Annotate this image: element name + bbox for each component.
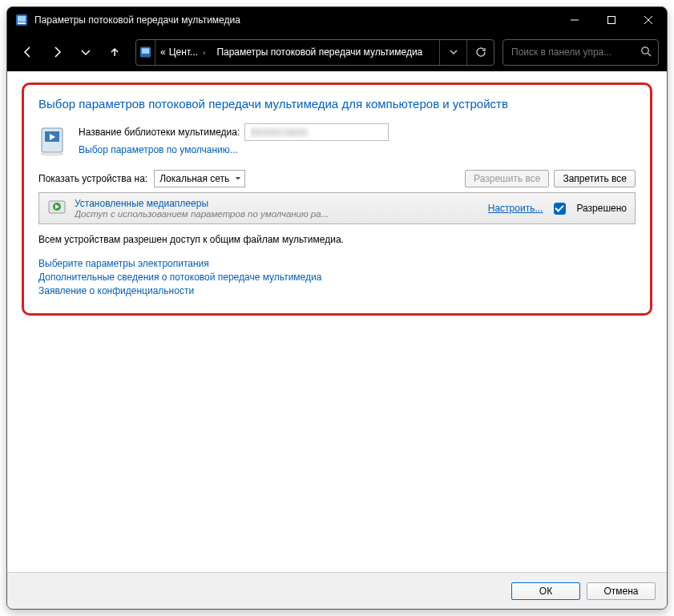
content: Выбор параметров потоковой передачи муль… [7, 71, 667, 609]
device-row[interactable]: Установленные медиаплееры Доступ с испол… [38, 192, 636, 224]
cancel-button[interactable]: Отмена [587, 582, 656, 600]
chevron-right-icon: › [201, 48, 207, 57]
forward-button[interactable] [44, 39, 70, 65]
more-info-link[interactable]: Дополнительные сведения о потоковой пере… [38, 272, 636, 283]
address-dropdown-button[interactable] [439, 40, 466, 65]
navbar: « Цент... › Параметры потоковой передачи… [7, 33, 667, 71]
show-devices-row: Показать устройства на: Локальная сеть Р… [38, 170, 636, 187]
app-icon [15, 14, 28, 26]
allow-all-button[interactable]: Разрешить все [465, 170, 549, 187]
svg-point-10 [40, 151, 64, 156]
page: Выбор параметров потоковой передачи муль… [7, 71, 667, 572]
address-bar[interactable]: « Цент... › Параметры потоковой передачи… [135, 39, 494, 66]
window-title: Параметры потоковой передачи мультимедиа [34, 14, 240, 26]
breadcrumb-current[interactable]: Параметры потоковой передачи мультимедиа [212, 40, 427, 65]
svg-point-6 [642, 46, 648, 53]
allowed-checkbox[interactable] [554, 203, 566, 215]
power-settings-link[interactable]: Выберите параметры электропитания [38, 258, 636, 269]
svg-rect-3 [608, 17, 615, 24]
svg-rect-1 [18, 16, 26, 22]
up-button[interactable] [102, 39, 127, 65]
window: Параметры потоковой передачи мультимедиа [6, 6, 668, 610]
library-row: Название библиотеки мультимедиа: Выбор п… [38, 123, 636, 157]
maximize-button[interactable] [593, 7, 630, 33]
show-devices-label: Показать устройства на: [38, 173, 147, 184]
device-title: Установленные медиаплееры [75, 198, 480, 209]
breadcrumb-seg2: Параметры потоковой передачи мультимедиа [216, 46, 422, 58]
device-texts: Установленные медиаплееры Доступ с испол… [75, 198, 480, 219]
media-library-icon [38, 123, 69, 157]
close-button[interactable] [630, 7, 667, 33]
svg-rect-2 [18, 22, 26, 24]
default-settings-link[interactable]: Выбор параметров по умолчанию... [79, 144, 238, 155]
library-label: Название библиотеки мультимедиа: [79, 127, 240, 138]
search-bar[interactable] [502, 39, 659, 66]
address-icon [136, 40, 155, 65]
titlebar: Параметры потоковой передачи мультимедиа [7, 7, 667, 33]
configure-link[interactable]: Настроить... [488, 203, 543, 214]
network-select[interactable]: Локальная сеть [154, 170, 245, 187]
footer: ОК Отмена [7, 572, 667, 609]
allowed-label: Разрешено [576, 203, 627, 214]
link-list: Выберите параметры электропитания Дополн… [38, 258, 636, 296]
status-text: Всем устройствам разрешен доступ к общим… [38, 234, 636, 245]
minimize-button[interactable] [556, 7, 593, 33]
library-fields: Название библиотеки мультимедиа: Выбор п… [79, 123, 389, 155]
library-label-row: Название библиотеки мультимедиа: [79, 123, 389, 141]
media-player-icon [47, 199, 67, 218]
search-input[interactable] [510, 46, 634, 58]
breadcrumb-prefix[interactable]: « Цент... › [155, 40, 212, 65]
breadcrumb-seg1: Цент... [169, 46, 198, 58]
highlighted-panel: Выбор параметров потоковой передачи муль… [22, 83, 652, 316]
recent-button[interactable] [73, 39, 99, 65]
device-subtitle: Доступ с использованием параметров по ум… [75, 209, 480, 219]
library-name-input[interactable] [244, 123, 389, 141]
ok-button[interactable]: ОК [511, 582, 580, 600]
search-icon[interactable] [640, 46, 652, 59]
privacy-link[interactable]: Заявление о конфиденциальности [38, 285, 636, 296]
svg-rect-5 [142, 48, 149, 54]
deny-all-button[interactable]: Запретить все [554, 170, 636, 187]
page-heading: Выбор параметров потоковой передачи муль… [38, 96, 636, 112]
refresh-button[interactable] [466, 40, 494, 65]
breadcrumb-prefix-text: « [160, 46, 166, 58]
back-button[interactable] [15, 39, 41, 65]
